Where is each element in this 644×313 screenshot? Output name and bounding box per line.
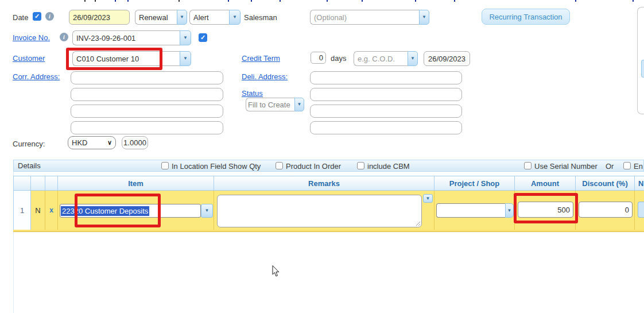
status-select[interactable]: Fill to Create — [246, 98, 294, 111]
exchange-rate-input[interactable]: 1.0000 — [122, 136, 148, 149]
or-label: Or — [606, 162, 614, 171]
toolbar-clipped-mark — [251, 0, 252, 2]
customer-dropdown-button[interactable]: ▼ — [180, 51, 191, 66]
toolbar-clipped-mark — [127, 0, 129, 2]
header-next-clipped: N — [635, 176, 644, 190]
recurring-transaction-button[interactable]: Recurring Transaction — [482, 9, 570, 25]
deli-address-field-3[interactable] — [310, 105, 462, 118]
project-shop-dropdown-button[interactable]: ▼ — [505, 203, 514, 218]
header-discount: Discount (%) — [576, 176, 635, 190]
deli-address-link[interactable]: Deli. Address: — [242, 72, 288, 81]
product-in-order-checkbox[interactable] — [276, 162, 283, 169]
toolbar-clipped-mark — [84, 0, 86, 2]
include-cbm-checkbox[interactable] — [357, 162, 364, 169]
row-item-cell: 22320 Customer Deposits ▼ — [58, 191, 214, 230]
row-type-cell: N — [31, 191, 45, 230]
project-shop-select[interactable] — [436, 203, 505, 218]
next-field-clipped[interactable] — [638, 202, 644, 218]
invoice-auto-checkbox[interactable]: ✓ — [199, 33, 207, 42]
row-discount-cell: 0 — [576, 191, 635, 230]
item-dropdown-button[interactable]: ▼ — [201, 204, 213, 218]
chevron-down-icon: ∨ — [107, 139, 112, 146]
header-project-shop: Project / Shop — [434, 176, 515, 190]
in-location-show-qty-checkbox[interactable] — [161, 162, 169, 169]
header-type — [31, 176, 45, 190]
date-label: Date — [13, 13, 28, 22]
due-date-input[interactable]: 26/09/2023 — [424, 51, 470, 66]
renewal-select[interactable]: Renewal — [135, 10, 177, 25]
row-number-cell: 1 — [14, 191, 31, 230]
chevron-down-icon: ▼ — [180, 15, 184, 20]
amount-input[interactable]: 500 — [518, 202, 573, 218]
toolbar-clipped-mark — [633, 0, 634, 2]
discount-input[interactable]: 0 — [579, 202, 633, 218]
invoice-info-icon[interactable]: i — [60, 33, 68, 41]
customer-input[interactable]: C010 Customer 10 — [72, 51, 180, 66]
row-bottom-border — [13, 230, 644, 232]
status-link[interactable]: Status — [242, 89, 263, 98]
row-remarks-cell: ▼ — [214, 191, 434, 230]
header-remarks: Remarks — [214, 176, 434, 190]
use-serial-number-checkbox[interactable] — [524, 162, 532, 169]
corr-address-field-2[interactable] — [71, 88, 223, 101]
chevron-down-icon: ▼ — [297, 102, 302, 107]
corr-address-field-3[interactable] — [71, 105, 223, 118]
credit-term-select[interactable]: e.g. C.O.D. — [354, 51, 408, 66]
currency-select[interactable]: HKD ∨ — [68, 136, 116, 149]
chevron-down-icon: ▼ — [410, 56, 415, 61]
enable-label-clipped: En — [634, 162, 643, 171]
row-delete-cell: x — [45, 191, 58, 230]
header-item: Item — [58, 176, 214, 190]
corr-address-field-1[interactable] — [71, 71, 223, 84]
delete-row-icon[interactable]: x — [49, 206, 53, 214]
details-title: Details — [14, 161, 41, 170]
item-selected-text: 22320 Customer Deposits — [61, 206, 149, 216]
salesman-dropdown-button[interactable]: ▼ — [419, 10, 429, 25]
deli-address-field-2[interactable] — [310, 88, 462, 101]
salesman-select[interactable]: (Optional) — [310, 10, 419, 25]
toolbar-clipped-mark — [327, 0, 328, 2]
deli-address-field-1[interactable] — [310, 71, 462, 84]
enable-checkbox[interactable] — [623, 162, 631, 169]
date-checkbox[interactable]: ✓ — [33, 12, 41, 21]
header-delete — [45, 176, 58, 190]
clipped-right-panel-button[interactable] — [641, 60, 644, 78]
remarks-textarea[interactable] — [217, 195, 422, 227]
invoice-no-link[interactable]: Invoice No. — [13, 33, 50, 42]
invoice-dropdown-button[interactable]: ▼ — [180, 30, 191, 45]
renewal-dropdown-button[interactable]: ▼ — [177, 10, 187, 25]
date-info-icon[interactable]: i — [45, 12, 54, 21]
toolbar-clipped-mark — [454, 0, 455, 2]
toolbar-clipped-mark — [575, 0, 576, 2]
toolbar-clipped-mark — [115, 0, 116, 2]
chevron-down-icon: ▼ — [183, 56, 188, 61]
credit-term-link[interactable]: Credit Term — [242, 54, 280, 63]
alert-dropdown-button[interactable]: ▼ — [229, 10, 240, 25]
corr-address-field-4[interactable] — [71, 121, 223, 134]
product-in-order-label: Product In Order — [286, 162, 341, 171]
chevron-down-icon: ▼ — [205, 208, 210, 213]
item-input[interactable]: 22320 Customer Deposits — [60, 204, 201, 218]
credit-term-dropdown-button[interactable]: ▼ — [408, 51, 418, 66]
invoice-no-input[interactable]: INV-23-09-26-001 — [72, 30, 180, 45]
row-project-cell: ▼ — [434, 191, 515, 230]
currency-label: Currency: — [13, 140, 45, 148]
header-row-number — [14, 176, 31, 190]
status-dropdown-button[interactable]: ▼ — [294, 98, 304, 111]
toolbar-clipped-mark — [362, 0, 363, 2]
deli-address-field-4[interactable] — [310, 121, 462, 134]
date-input[interactable]: 26/09/2023 — [69, 10, 130, 25]
credit-term-days-input[interactable]: 0 — [311, 52, 326, 64]
toolbar-clipped-mark — [415, 0, 416, 2]
chevron-down-icon: ▼ — [232, 15, 237, 20]
resize-handle-icon[interactable] — [416, 221, 421, 226]
in-location-show-qty-label: In Location Field Show Qty — [172, 162, 261, 171]
customer-link[interactable]: Customer — [13, 54, 45, 63]
corr-address-link[interactable]: Corr. Address: — [13, 72, 60, 81]
toolbar-clipped-mark — [179, 0, 180, 2]
check-icon: ✓ — [200, 34, 205, 41]
row-next-cell-clipped — [635, 191, 644, 230]
remarks-dropdown-button[interactable]: ▼ — [423, 194, 433, 203]
alert-select[interactable]: Alert — [189, 10, 229, 25]
header-amount: Amount — [515, 176, 576, 190]
